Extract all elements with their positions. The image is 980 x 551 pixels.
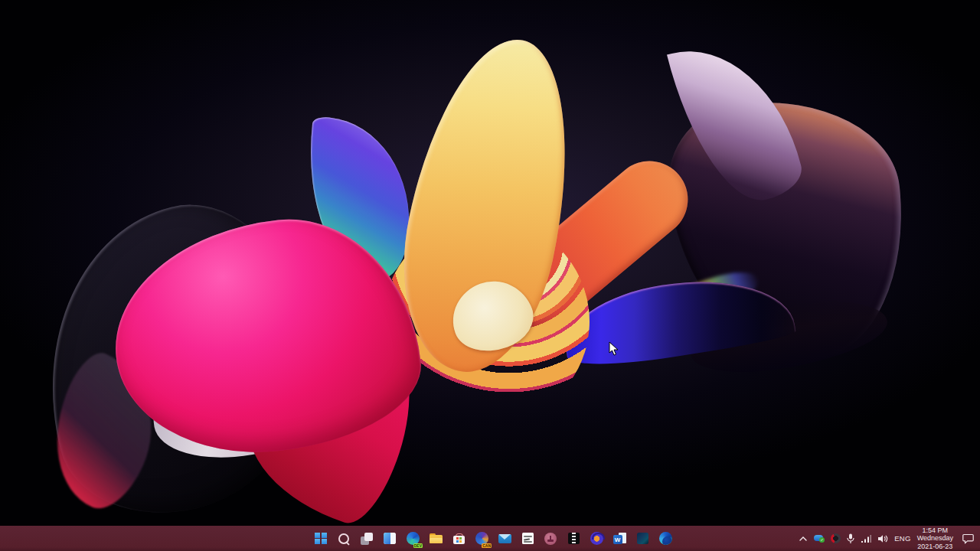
network-signal-icon: [861, 534, 871, 543]
tray-expand-button[interactable]: [799, 535, 808, 543]
speaker-icon: [877, 534, 888, 543]
taskbar: DEV CAN: [0, 526, 980, 551]
store-bag-icon: [453, 533, 465, 544]
start-button[interactable]: [309, 526, 332, 551]
chat-bubble-icon: [962, 533, 974, 544]
notes-icon: [522, 533, 534, 544]
check-icon: ✓: [819, 537, 825, 543]
task-view-icon: [361, 533, 373, 545]
language-indicator[interactable]: ENG: [894, 534, 911, 543]
chevron-up-icon: [799, 535, 808, 543]
radio-app-button[interactable]: [539, 526, 562, 551]
music-app-button[interactable]: [585, 526, 608, 551]
microphone-tray-icon[interactable]: [847, 533, 854, 544]
widgets-button[interactable]: [378, 526, 401, 551]
clock-time: 1:54 PM: [917, 527, 953, 535]
clock-day: Wednesday: [917, 534, 953, 543]
notes-app-button[interactable]: [516, 526, 539, 551]
search-icon: [338, 533, 349, 544]
task-view-button[interactable]: [355, 526, 378, 551]
folder-icon: [430, 533, 443, 543]
taskbar-center-icons: DEV CAN: [309, 526, 677, 551]
photos-icon: [637, 533, 648, 544]
onedrive-tray-icon[interactable]: ✓: [814, 534, 825, 543]
windows-logo-icon: [315, 533, 327, 545]
headphones-icon: [590, 532, 603, 545]
volume-tray-icon[interactable]: [877, 534, 888, 543]
edge-dev-button[interactable]: DEV: [401, 526, 424, 551]
word-icon: W: [613, 533, 626, 544]
filmstrip-icon: [568, 533, 580, 544]
mouse-cursor: [609, 341, 619, 359]
word-button[interactable]: W: [608, 526, 631, 551]
file-explorer-button[interactable]: [424, 526, 447, 551]
system-tray: ✓: [799, 526, 974, 551]
media-app-button[interactable]: [562, 526, 585, 551]
edge-icon: [659, 532, 672, 545]
photos-app-button[interactable]: [631, 526, 654, 551]
record-dial-icon: [831, 533, 841, 543]
network-tray-icon[interactable]: [861, 534, 871, 543]
word-glyph: W: [613, 535, 622, 544]
radio-tower-icon: [544, 533, 557, 545]
clock-date: 2021-06-23: [917, 543, 953, 551]
notification-center-button[interactable]: [962, 533, 974, 544]
mail-envelope-icon: [498, 534, 511, 543]
mail-button[interactable]: [493, 526, 516, 551]
recorder-tray-icon[interactable]: [831, 533, 841, 543]
search-button[interactable]: [332, 526, 355, 551]
microphone-icon: [847, 533, 854, 544]
desktop-screen: DEV CAN: [0, 0, 980, 551]
microsoft-store-button[interactable]: [447, 526, 470, 551]
edge-canary-button[interactable]: CAN: [470, 526, 493, 551]
taskbar-clock[interactable]: 1:54 PM Wednesday 2021-06-23: [917, 527, 953, 551]
widgets-icon: [384, 533, 396, 544]
edge-canary-badge: CAN: [482, 543, 492, 548]
edge-dev-badge: DEV: [413, 543, 423, 548]
edge-button[interactable]: [654, 526, 677, 551]
desktop-wallpaper[interactable]: [0, 0, 980, 526]
